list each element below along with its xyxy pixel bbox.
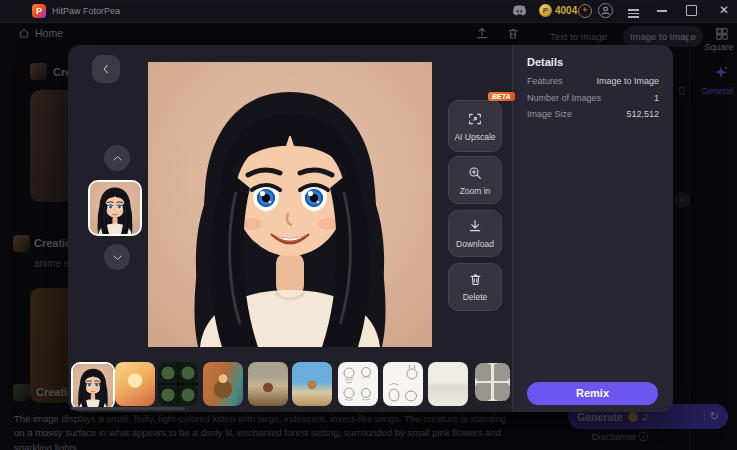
- thumbnail-sketch-page-pair[interactable]: [383, 362, 423, 406]
- detail-label: Features: [527, 76, 563, 86]
- add-coins-icon[interactable]: +: [578, 4, 592, 18]
- minimize-button[interactable]: [657, 10, 667, 12]
- back-button[interactable]: [92, 55, 120, 83]
- discord-icon[interactable]: [512, 4, 527, 16]
- girl-thumbnail-art: [90, 182, 140, 234]
- chevron-up-icon: [111, 152, 124, 165]
- girl-portrait-art: [148, 62, 432, 347]
- trash-icon: [468, 272, 483, 287]
- coin-icon[interactable]: P: [539, 4, 552, 17]
- detail-value: Image to Image: [596, 76, 659, 86]
- thumbnail-sky-character-scene[interactable]: [292, 362, 332, 406]
- titlebar: P HitPaw FotorPea P 4004 + ✕: [0, 0, 737, 23]
- download-icon: [467, 218, 483, 234]
- preview-image[interactable]: [148, 62, 432, 347]
- person-icon: [599, 4, 612, 17]
- thumbnail-mascot-costume-character[interactable]: [203, 362, 243, 406]
- rail-up-button[interactable]: [104, 145, 130, 171]
- thumbnail-anime-laughing-girl[interactable]: [115, 362, 155, 406]
- detail-value: 1: [654, 93, 659, 103]
- remix-button[interactable]: Remix: [527, 382, 658, 405]
- thumbnail-autumn-character-scene[interactable]: [248, 362, 288, 406]
- detail-label: Number of Images: [527, 93, 601, 103]
- download-label: Download: [456, 239, 494, 249]
- girl-thumbnail-art: [73, 364, 113, 408]
- delete-button[interactable]: Delete: [448, 263, 502, 311]
- thumbnail-grayscale-sketch-grid[interactable]: [475, 363, 510, 401]
- detail-value: 512,512: [626, 109, 659, 119]
- delete-label: Delete: [463, 292, 488, 302]
- thumbnail-sketch-page-grid[interactable]: [338, 362, 378, 406]
- account-avatar[interactable]: [598, 3, 613, 18]
- thumbnail-landscape-sketch[interactable]: [428, 362, 468, 406]
- menu-button[interactable]: [628, 7, 639, 20]
- zoom-in-icon: [467, 165, 483, 181]
- upscale-icon: [467, 111, 483, 127]
- zoom-in-label: Zoom in: [460, 186, 491, 196]
- ai-upscale-button[interactable]: AI Upscale: [448, 100, 502, 152]
- chevron-down-icon: [111, 251, 124, 264]
- details-panel: Details Features Image to Image Number o…: [512, 45, 673, 412]
- detail-row-features: Features Image to Image: [527, 76, 659, 86]
- thumbnail-girl-portrait[interactable]: [71, 362, 115, 410]
- chevron-left-icon: [99, 62, 113, 76]
- beta-badge: BETA: [488, 92, 515, 101]
- detail-row-size: Image Size 512,512: [527, 109, 659, 119]
- thumbnail-scrollbar[interactable]: [71, 407, 185, 410]
- detail-label: Image Size: [527, 109, 572, 119]
- thumbnail-forest-creatures-grid[interactable]: [158, 362, 198, 406]
- download-button[interactable]: Download: [448, 210, 502, 257]
- zoom-in-button[interactable]: Zoom in: [448, 156, 502, 204]
- app-title: HitPaw FotorPea: [52, 6, 120, 16]
- rail-down-button[interactable]: [104, 244, 130, 270]
- sketch-grid-art: [338, 362, 378, 406]
- coin-balance: 4004: [555, 5, 577, 16]
- details-title: Details: [527, 56, 563, 68]
- image-detail-modal: BETA AI Upscale Zoom in Download Delete …: [68, 45, 672, 412]
- detail-row-number: Number of Images 1: [527, 93, 659, 103]
- app-logo: P: [32, 4, 46, 18]
- app-window: Home Text to Image Image to Image Square…: [0, 0, 737, 450]
- ai-upscale-label: AI Upscale: [454, 132, 495, 142]
- close-button[interactable]: ✕: [719, 4, 729, 16]
- rail-selected-thumbnail[interactable]: [88, 180, 142, 236]
- sketch-pair-art: [383, 362, 423, 406]
- maximize-button[interactable]: [686, 5, 697, 16]
